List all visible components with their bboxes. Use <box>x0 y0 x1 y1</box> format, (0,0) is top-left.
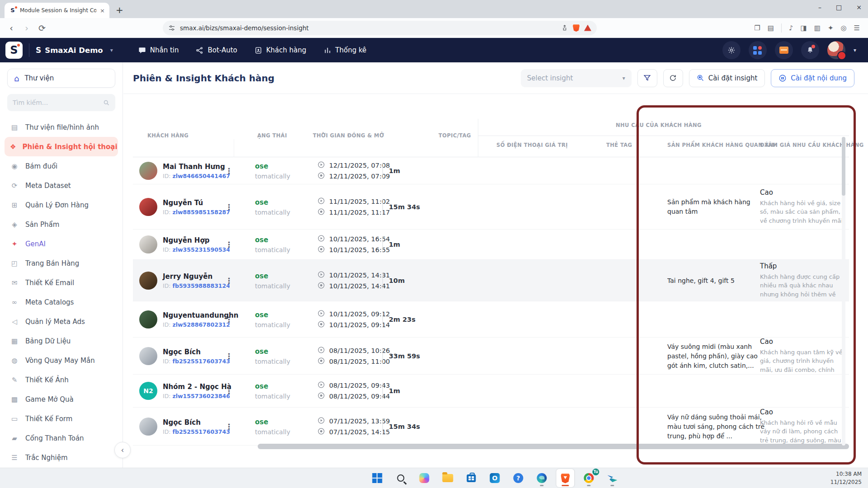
extensions-icon[interactable]: ❐ <box>754 24 760 32</box>
filter-button[interactable] <box>637 69 657 87</box>
back-button[interactable]: ‹ <box>4 23 19 33</box>
table-row[interactable]: Nguyễn HợpID: zlw355231590534931...⋮oset… <box>133 230 849 260</box>
browser-menu-icon[interactable]: ☰ <box>854 24 860 32</box>
copilot-button[interactable] <box>415 469 433 487</box>
start-button[interactable] <box>368 469 386 487</box>
row-menu-button[interactable]: ⋮ <box>223 201 235 213</box>
content-settings-button[interactable]: Cài đặt nội dung <box>771 69 854 87</box>
customer-id-link[interactable]: zlw885985158287900... <box>173 208 230 215</box>
site-settings-icon[interactable] <box>168 24 175 32</box>
address-bar[interactable]: smax.ai/bizs/smaxai-demo/session-insight <box>163 21 597 35</box>
apps-button[interactable] <box>749 41 767 59</box>
row-menu-button[interactable]: ⋮ <box>223 238 235 251</box>
new-tab-button[interactable]: + <box>116 5 123 15</box>
vertical-scrollbar-thumb[interactable] <box>842 137 845 196</box>
nav-item-khach-hang[interactable]: Khách hàng <box>255 46 307 54</box>
edge-button[interactable] <box>533 469 551 487</box>
system-clock[interactable]: 10:38 AM 11/12/2025 <box>830 470 868 486</box>
table-row[interactable]: Mai Thanh HưngID: zlw846650441467209...⋮… <box>133 157 849 184</box>
sidebar-item-don-hang[interactable]: ⊞Quản Lý Đơn Hàng <box>5 195 118 215</box>
taskbar-search-button[interactable] <box>392 469 410 487</box>
microsoft-store-button[interactable] <box>462 469 480 487</box>
sidebar-item-vong-quay[interactable]: ◍Vòng Quay May Mắn <box>5 351 118 370</box>
sidebar-item-thiet-ke-form[interactable]: ▭Thiết Kế Form <box>5 409 118 428</box>
customer-id-link[interactable]: fb25255176037432535 <box>173 428 230 435</box>
search-input[interactable] <box>13 99 103 106</box>
nav-item-nhan-tin[interactable]: Nhắn tin <box>138 46 179 54</box>
select-insight-dropdown[interactable]: Select insight ▾ <box>521 69 632 87</box>
share-icon[interactable] <box>561 24 568 32</box>
smax-logo[interactable]: S <box>5 42 23 59</box>
row-menu-button[interactable]: ⋮ <box>223 385 235 397</box>
wallet-icon[interactable]: ▤ <box>768 24 774 32</box>
sidebar-item-trac-nghiem[interactable]: ☰Trắc Nghiệm <box>5 448 118 467</box>
library-button[interactable]: ⌂ Thư viện <box>7 69 115 88</box>
sidebar-item-meta-dataset[interactable]: ⟳Meta Dataset <box>5 176 118 195</box>
workspace-switcher[interactable]: S SmaxAi Demo ▾ <box>36 46 113 55</box>
customer-id-link[interactable]: zlw355231590534931... <box>173 246 230 253</box>
sidebar-item-game-mo-qua[interactable]: ▩Game Mở Quà <box>5 389 118 409</box>
table-row[interactable]: N2Nhóm 2 - Ngọc HàID: zlw155736023846792… <box>133 375 849 408</box>
table-row[interactable]: Nguyễn TúID: zlw885985158287900...⋮oseto… <box>133 184 849 230</box>
customer-id-link[interactable]: fb5935988883124188 <box>173 282 230 289</box>
help-button[interactable]: ? <box>509 469 527 487</box>
table-row[interactable]: NguyentuandunghnID: zlw528867802312072..… <box>133 301 849 338</box>
alert-triangle-icon[interactable] <box>584 25 591 31</box>
horizontal-scrollbar[interactable] <box>258 444 849 449</box>
account-chevron-down-icon[interactable]: ▾ <box>854 47 856 53</box>
sidebar-item-genai[interactable]: ✦GenAI <box>5 234 118 253</box>
window-minimize-button[interactable]: – <box>818 4 821 11</box>
window-close-button[interactable]: × <box>856 4 862 11</box>
table-row[interactable]: Ngọc BíchID: fb25255176037432535⋮osetoma… <box>133 408 849 446</box>
refresh-button[interactable] <box>663 69 683 87</box>
sidebar-item-trang-ban-hang[interactable]: ◰Trang Bán Hàng <box>5 253 118 273</box>
customer-id-link[interactable]: zlw528867802312072... <box>173 321 230 328</box>
nav-item-bot-auto[interactable]: Bot-Auto <box>196 46 237 54</box>
browser-tab[interactable]: S Module Session & Insight Conve × <box>5 3 109 18</box>
sidebar-item-san-pham[interactable]: ◈Sản Phẩm <box>5 215 118 234</box>
brave-button[interactable] <box>556 469 574 487</box>
window-maximize-button[interactable]: □ <box>836 4 842 11</box>
sidebar-item-session-insight[interactable]: ❖Phiên & Insight hội thoại <box>5 137 118 156</box>
row-menu-button[interactable]: ⋮ <box>223 313 235 326</box>
sidebar-item-meta-ads[interactable]: ◁Quản lý Meta Ads <box>5 312 118 331</box>
sidebar-item-bang-du-lieu[interactable]: ▦Bảng Dữ Liệu <box>5 331 118 351</box>
sidebar-item-bam-duoi[interactable]: ◉Bám đuổi <box>5 156 118 176</box>
customer-id-link[interactable]: zlw846650441467209... <box>173 172 230 179</box>
sidebar-search[interactable] <box>7 94 115 111</box>
row-menu-button[interactable]: ⋮ <box>223 274 235 287</box>
sidebar-item-file-library[interactable]: ▤Thư viện file/hình ảnh <box>5 117 118 137</box>
customer-id-link[interactable]: fb25255176037432535 <box>173 357 230 364</box>
row-menu-button[interactable]: ⋮ <box>223 164 235 177</box>
notifications-button[interactable] <box>801 41 819 59</box>
sidebar-item-thanh-toan[interactable]: ▰Cổng Thanh Toán <box>5 428 118 448</box>
outlook-button[interactable]: O <box>486 469 504 487</box>
gift-button[interactable] <box>775 41 793 59</box>
brave-shield-icon[interactable] <box>573 24 580 32</box>
row-menu-button[interactable]: ⋮ <box>223 420 235 433</box>
table-row[interactable]: Jerry NguyễnID: fb5935988883124188⋮oseto… <box>133 260 849 301</box>
vpn-icon[interactable]: ◎ <box>840 24 846 32</box>
file-explorer-button[interactable] <box>439 469 457 487</box>
forward-button[interactable]: › <box>19 23 34 33</box>
row-menu-button[interactable]: ⋮ <box>223 350 235 362</box>
nav-item-thong-ke[interactable]: Thống kê <box>324 46 367 54</box>
vertical-scrollbar-track[interactable] <box>842 137 845 446</box>
sidebar-item-meta-catalogs[interactable]: ∞Meta Catalogs <box>5 292 118 312</box>
chrome-button[interactable]: Tú <box>580 469 598 487</box>
media-icon[interactable]: ♪ <box>789 24 793 32</box>
settings-button[interactable] <box>722 41 741 59</box>
reading-list-icon[interactable]: ▥ <box>814 24 821 32</box>
sidebar-collapse-button[interactable]: ‹ <box>114 442 131 458</box>
customer-id-link[interactable]: zlw155736023846792... <box>173 393 230 399</box>
user-avatar[interactable] <box>827 41 845 59</box>
rewards-icon[interactable]: ✦ <box>828 24 834 32</box>
tab-close-icon[interactable]: × <box>100 7 105 14</box>
reload-button[interactable]: ⟳ <box>34 23 50 33</box>
sidebar-panel-icon[interactable]: ◨ <box>801 24 807 32</box>
url-text[interactable]: smax.ai/bizs/smaxai-demo/session-insight <box>180 24 557 32</box>
bird-app-button[interactable] <box>603 469 621 487</box>
insight-settings-button[interactable]: Cài đặt insight <box>689 69 765 87</box>
table-row[interactable]: Ngọc BíchID: fb25255176037432535⋮osetoma… <box>133 338 849 375</box>
sidebar-item-thiet-ke-email[interactable]: ✉Thiết Kế Email <box>5 273 118 292</box>
